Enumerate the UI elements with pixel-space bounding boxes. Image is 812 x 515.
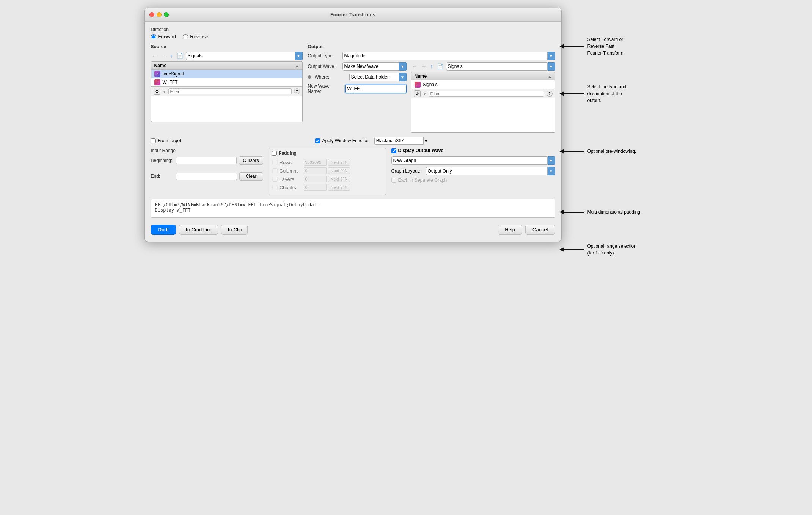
separate-graph-label[interactable]: Each in Separate Graph (391, 177, 447, 183)
forward-radio-input[interactable] (151, 34, 156, 39)
output-where-arrow[interactable]: ▼ (399, 73, 407, 81)
output-where-select[interactable]: Select Data Folder (349, 73, 399, 81)
cursors-button[interactable]: Cursors (239, 156, 263, 165)
blackman-arrow[interactable]: ▼ (424, 138, 429, 144)
end-label: End: (151, 174, 174, 179)
end-input[interactable] (176, 173, 237, 180)
reverse-radio-input[interactable] (183, 34, 188, 39)
arrow2-line (562, 93, 584, 94)
annotations-panel: Select Forward orReverse FastFourier Tra… (562, 8, 668, 23)
dest-home-btn[interactable]: 📄 (436, 63, 444, 70)
bottom-bar: Do It To Cmd Line To Clip Help Cancel (151, 221, 555, 236)
new-wave-name-input[interactable] (345, 85, 407, 93)
padding-rows: Rows Next 2^N Columns Next 2^N (272, 159, 383, 191)
dest-sort-arrow: ▲ (548, 74, 552, 79)
dest-list-header: Name ▲ (411, 72, 555, 80)
pad-next-0[interactable]: Next 2^N (328, 159, 350, 166)
pad-row-check-1[interactable] (272, 168, 278, 173)
display-output-check[interactable] (391, 148, 396, 153)
padding-label-text: Padding (279, 151, 297, 156)
pad-val-0[interactable] (304, 159, 327, 166)
minimize-button[interactable] (157, 12, 162, 17)
end-row: End: Clear (151, 172, 263, 181)
display-graph-select[interactable]: New Graph (391, 156, 548, 165)
dest-help-btn[interactable]: ? (547, 91, 553, 97)
arrow3-head (559, 149, 564, 154)
padding-check[interactable] (272, 151, 277, 156)
dest-item-0[interactable]: ♫ Signals (411, 80, 555, 89)
source-folder-select[interactable]: Signals (186, 52, 295, 60)
output-wave-arrow[interactable]: ▼ (399, 62, 407, 71)
dest-folder-select[interactable]: Signals (446, 62, 548, 71)
source-up-btn[interactable]: ↑ (169, 52, 174, 59)
source-forward-btn[interactable]: → (160, 52, 168, 59)
beginning-input[interactable] (176, 157, 237, 164)
pad-val-2[interactable] (304, 176, 327, 182)
arrow1-head (559, 44, 564, 49)
pad-dim-0: Rows (280, 160, 302, 165)
layout-arrow[interactable]: ▼ (548, 167, 555, 175)
from-target-text: From target (158, 138, 181, 143)
forward-label: Forward (158, 34, 176, 39)
source-gear-btn[interactable]: ⚙ (154, 88, 160, 95)
source-filter-input[interactable] (168, 88, 291, 94)
dest-forward-btn[interactable]: → (420, 63, 428, 70)
source-item-0[interactable]: ♫ timeSignal (151, 70, 302, 78)
pad-next-3[interactable]: Next 2^N (328, 184, 350, 191)
reverse-radio[interactable]: Reverse (183, 34, 208, 39)
pad-next-2[interactable]: Next 2^N (328, 176, 350, 182)
separate-graph-text: Each in Separate Graph (398, 177, 447, 183)
annotation-2-text: Select the type anddestination of theout… (587, 83, 627, 104)
source-home-btn[interactable]: 📄 (176, 52, 184, 59)
blackman-select[interactable]: Blackman367 (374, 137, 424, 145)
source-back-btn[interactable]: ← (151, 52, 159, 59)
dest-gear-btn[interactable]: ⚙ (414, 90, 421, 97)
padding-row-1: Columns Next 2^N (272, 167, 383, 174)
source-folder-arrow[interactable]: ▼ (295, 52, 303, 60)
new-wave-label: New Wave Name: (308, 83, 343, 94)
dest-up-btn[interactable]: ↑ (429, 63, 434, 70)
clear-button[interactable]: Clear (239, 172, 263, 181)
pad-row-check-0[interactable] (272, 160, 278, 165)
titlebar: Fourier Transforms (145, 8, 561, 22)
dest-file-list: Name ▲ ♫ Signals ⚙ (411, 72, 555, 133)
pad-val-1[interactable] (304, 167, 327, 174)
forward-radio[interactable]: Forward (151, 34, 176, 39)
maximize-button[interactable] (164, 12, 169, 17)
from-target-check[interactable] (151, 138, 156, 143)
pad-next-1[interactable]: Next 2^N (328, 167, 350, 174)
layout-select[interactable]: Output Only (426, 167, 548, 175)
close-button[interactable] (149, 12, 154, 17)
output-type-wrap: Magnitude ▼ (342, 52, 555, 60)
display-graph-arrow[interactable]: ▼ (548, 156, 555, 165)
apply-window-label[interactable]: Apply Window Function (315, 138, 369, 143)
display-panel: Display Output Wave New Graph ▼ Graph La… (391, 148, 555, 195)
output-type-select[interactable]: Magnitude (342, 52, 548, 60)
apply-window-check[interactable] (315, 138, 320, 143)
to-clip-button[interactable]: To Clip (221, 225, 248, 235)
dest-back-btn[interactable]: ← (411, 63, 419, 70)
source-help-btn[interactable]: ? (294, 88, 300, 94)
pad-row-check-2[interactable] (272, 177, 278, 182)
pad-row-check-3[interactable] (272, 185, 278, 190)
arrow2-head (559, 91, 564, 96)
cancel-button[interactable]: Cancel (525, 225, 555, 235)
to-cmd-line-button[interactable]: To Cmd Line (179, 225, 218, 235)
from-target-label[interactable]: From target (151, 138, 181, 143)
dest-folder-arrow[interactable]: ▼ (548, 62, 555, 71)
output-where-label: Where: (315, 74, 347, 80)
help-button[interactable]: Help (498, 225, 522, 235)
do-it-button[interactable]: Do It (151, 225, 176, 235)
dest-folder-wrap: Signals ▼ (446, 62, 555, 71)
source-icon-0: ♫ (154, 71, 160, 77)
pad-val-3[interactable] (304, 184, 327, 191)
source-item-1[interactable]: ♫ W_FFT (151, 78, 302, 86)
separate-graph-check[interactable] (391, 178, 396, 183)
outer-wrapper: Fourier Transforms Direction Forward Rev… (144, 8, 668, 242)
source-icon-1: ♫ (154, 79, 160, 85)
layout-wrap: Output Only ▼ (426, 167, 555, 175)
output-wave-select[interactable]: Make New Wave (342, 62, 399, 71)
output-type-arrow[interactable]: ▼ (548, 52, 555, 60)
direction-section: Direction Forward Reverse (151, 27, 555, 39)
dest-filter-input[interactable] (429, 91, 544, 97)
